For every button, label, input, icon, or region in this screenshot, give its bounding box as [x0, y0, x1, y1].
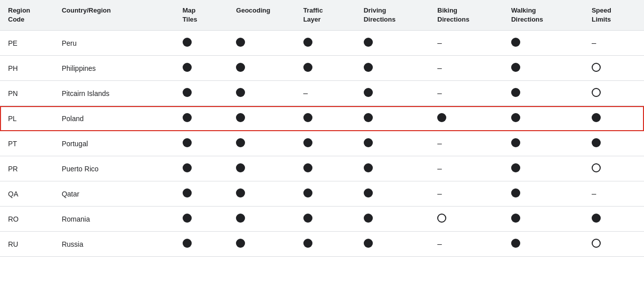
cell-map_tiles [175, 207, 228, 232]
coverage-table: Region CodeCountry/RegionMap TilesGeocod… [0, 0, 644, 257]
filled-circle-icon [364, 63, 373, 72]
cell-driving_directions [356, 56, 430, 81]
filled-circle-icon [364, 163, 373, 172]
table-row: RURussia– [0, 232, 644, 257]
cell-biking_directions: – [429, 181, 503, 207]
dash-icon: – [592, 190, 596, 198]
cell-map_tiles [175, 56, 228, 81]
filled-circle-icon [364, 214, 373, 223]
cell-biking_directions: – [429, 131, 503, 156]
cell-biking_directions: – [429, 81, 503, 106]
table-row: PEPeru–– [0, 31, 644, 56]
dash-icon: – [437, 140, 442, 148]
cell-speed_limits [584, 232, 644, 257]
cell-region_code: PT [0, 131, 54, 156]
cell-walking_directions [503, 31, 584, 56]
header-geocoding: Geocoding [228, 0, 295, 31]
empty-circle-icon [592, 239, 601, 248]
filled-circle-icon [511, 138, 520, 147]
cell-speed_limits [584, 106, 644, 131]
header-row: Region CodeCountry/RegionMap TilesGeocod… [0, 0, 644, 31]
filled-circle-icon [592, 214, 601, 223]
filled-circle-icon [303, 38, 312, 47]
cell-biking_directions: – [429, 232, 503, 257]
filled-circle-icon [364, 38, 373, 47]
cell-traffic_layer [295, 156, 356, 181]
header-speed_limits: Speed Limits [584, 0, 644, 31]
dash-icon: – [437, 39, 442, 47]
filled-circle-icon [364, 88, 373, 97]
cell-speed_limits: – [584, 31, 644, 56]
cell-traffic_layer [295, 131, 356, 156]
filled-circle-icon [592, 113, 601, 122]
cell-speed_limits: – [584, 181, 644, 207]
filled-circle-icon [592, 138, 601, 147]
cell-driving_directions [356, 31, 430, 56]
filled-circle-icon [236, 188, 245, 197]
cell-driving_directions [356, 207, 430, 232]
cell-speed_limits [584, 207, 644, 232]
cell-traffic_layer [295, 106, 356, 131]
cell-country: Philippines [54, 56, 175, 81]
empty-circle-icon [592, 163, 601, 172]
cell-map_tiles [175, 31, 228, 56]
cell-region_code: PH [0, 56, 54, 81]
header-walking_directions: Walking Directions [503, 0, 584, 31]
table-row: PLPoland [0, 106, 644, 131]
filled-circle-icon [303, 163, 312, 172]
cell-walking_directions [503, 181, 584, 207]
filled-circle-icon [183, 138, 192, 147]
filled-circle-icon [183, 188, 192, 197]
cell-biking_directions: – [429, 56, 503, 81]
cell-traffic_layer [295, 56, 356, 81]
filled-circle-icon [364, 113, 373, 122]
filled-circle-icon [236, 214, 245, 223]
cell-country: Qatar [54, 181, 175, 207]
filled-circle-icon [364, 239, 373, 248]
dash-icon: – [437, 64, 442, 72]
cell-country: Poland [54, 106, 175, 131]
filled-circle-icon [236, 88, 245, 97]
filled-circle-icon [236, 38, 245, 47]
filled-circle-icon [303, 188, 312, 197]
filled-circle-icon [364, 138, 373, 147]
filled-circle-icon [511, 113, 520, 122]
cell-driving_directions [356, 181, 430, 207]
cell-traffic_layer [295, 181, 356, 207]
cell-walking_directions [503, 131, 584, 156]
filled-circle-icon [236, 113, 245, 122]
cell-country: Portugal [54, 131, 175, 156]
cell-traffic_layer: – [295, 81, 356, 106]
cell-map_tiles [175, 232, 228, 257]
cell-walking_directions [503, 207, 584, 232]
cell-traffic_layer [295, 207, 356, 232]
cell-walking_directions [503, 156, 584, 181]
dash-icon: – [437, 190, 442, 198]
cell-country: Russia [54, 232, 175, 257]
cell-region_code: RO [0, 207, 54, 232]
cell-driving_directions [356, 156, 430, 181]
cell-geocoding [228, 106, 295, 131]
cell-biking_directions [429, 207, 503, 232]
cell-country: Puerto Rico [54, 156, 175, 181]
cell-region_code: QA [0, 181, 54, 207]
table-row: PRPuerto Rico– [0, 156, 644, 181]
cell-driving_directions [356, 131, 430, 156]
cell-country: Romania [54, 207, 175, 232]
cell-walking_directions [503, 106, 584, 131]
table-row: PTPortugal– [0, 131, 644, 156]
cell-biking_directions: – [429, 156, 503, 181]
table-header: Region CodeCountry/RegionMap TilesGeocod… [0, 0, 644, 31]
cell-region_code: PN [0, 81, 54, 106]
filled-circle-icon [511, 38, 520, 47]
cell-driving_directions [356, 232, 430, 257]
cell-traffic_layer [295, 232, 356, 257]
header-country: Country/Region [54, 0, 175, 31]
cell-speed_limits [584, 81, 644, 106]
filled-circle-icon [511, 88, 520, 97]
cell-region_code: PE [0, 31, 54, 56]
filled-circle-icon [437, 113, 446, 122]
dash-icon: – [303, 89, 308, 97]
cell-walking_directions [503, 56, 584, 81]
filled-circle-icon [511, 163, 520, 172]
